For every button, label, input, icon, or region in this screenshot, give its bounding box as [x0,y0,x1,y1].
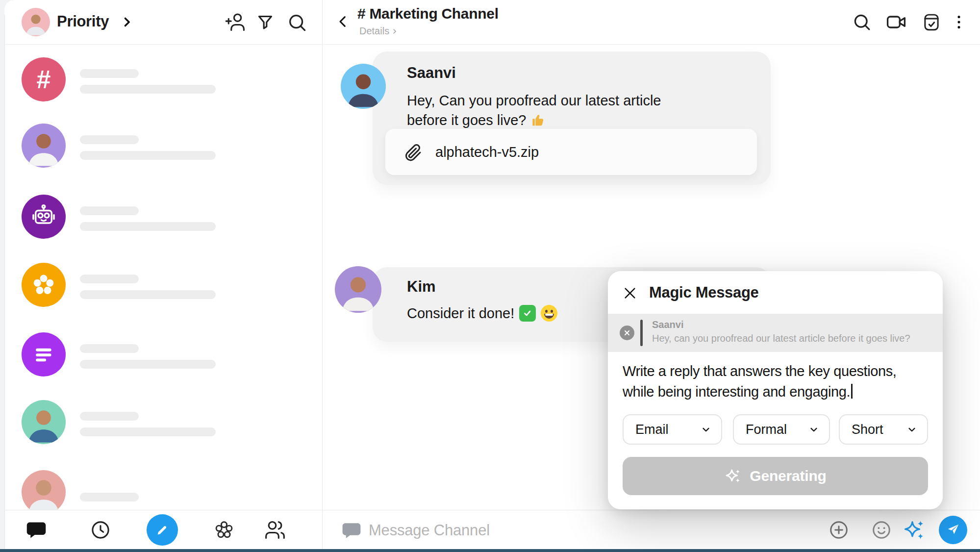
message-text-line: Consider it done! [407,303,557,323]
ai-sparkles-icon[interactable] [902,518,926,542]
person-photo-icon [22,400,66,444]
sidebar-item-bot[interactable] [0,195,322,253]
quote-author: Saanvi [652,319,683,330]
length-dropdown[interactable]: Short [839,414,928,445]
chevron-right-small-icon [391,28,398,35]
window-corner [0,0,15,15]
placeholder-line [80,85,216,94]
quote-text: Hey, can you proofread our latest articl… [652,333,910,344]
channel-details-link[interactable]: Details [359,25,398,37]
chevron-down-icon [700,423,712,436]
placeholder-line [80,151,216,160]
popup-title: Magic Message [649,284,759,301]
contacts-people-icon[interactable] [264,519,286,541]
kim-avatar[interactable] [335,266,381,313]
search-icon[interactable] [286,11,308,34]
placeholder-line [80,344,139,353]
composer-divider [0,510,980,510]
person-avatar [22,470,66,510]
saanvi-avatar[interactable] [341,64,386,109]
placeholder-line [80,290,216,299]
pencil-icon [155,523,170,537]
paperclip-icon [403,142,423,162]
person-photo-icon [22,8,50,36]
placeholder-line [80,412,139,421]
format-dropdown[interactable]: Email [623,414,722,445]
message-text-line: before it goes live? [407,110,547,130]
thumbs-up-icon [531,112,547,128]
placeholder-line [80,360,216,369]
attach-plus-icon[interactable] [828,519,850,541]
quoted-message: Saanvi Hey, can you proofread our latest… [608,314,943,352]
back-chevron-icon[interactable] [335,14,351,29]
placeholder-line [80,493,139,502]
magic-message-popup: Magic Message Saanvi Hey, can you proofr… [608,271,943,509]
emoji-smiley-icon[interactable] [871,519,892,541]
history-clock-icon[interactable] [89,519,112,541]
person-photo-icon [341,64,386,109]
window-bottom-edge [0,549,980,552]
message-author: Kim [407,278,436,296]
generating-button[interactable]: Generating [623,457,928,495]
placeholder-line [80,427,216,436]
robot-icon [22,195,66,239]
placeholder-line [80,206,139,215]
sidebar-item-teammate[interactable] [0,124,322,182]
placeholder-line [80,69,139,78]
workspace-title: Priority [57,13,109,30]
search-icon[interactable] [851,11,873,33]
sidebar-item-notes[interactable] [0,332,322,391]
sidebar-item-flower-app[interactable] [0,263,322,322]
chats-icon[interactable] [25,519,48,541]
generating-label: Generating [750,468,826,484]
placeholder-line [80,275,139,283]
compose-pencil-button[interactable] [147,514,178,546]
paper-plane-icon [946,523,960,537]
person-avatar [22,124,66,168]
prompt-input[interactable]: Write a reply that answers the key quest… [623,361,897,402]
person-photo-icon [22,470,66,510]
video-call-icon[interactable] [885,11,907,33]
sparkles-icon [724,467,742,485]
remove-quote-icon[interactable] [620,326,634,340]
person-photo-icon [22,124,66,168]
flower-dots-icon [22,263,66,307]
person-avatar [22,400,66,444]
tone-dropdown[interactable]: Formal [733,414,830,445]
more-kebab-icon[interactable] [949,12,969,32]
app-window: Priority # Marketing Channel Details # [0,0,980,552]
person-photo-icon [335,266,381,313]
sidebar-divider [322,0,323,549]
message-text-line: Hey, Can you proofread our latest articl… [407,91,661,110]
chevron-down-icon [905,423,918,436]
window-edge [0,13,5,549]
tasks-icon[interactable] [921,11,942,33]
white-check-mark-icon [519,305,536,322]
text-lines-icon [22,332,66,376]
message-bubble-icon [340,519,363,542]
send-button[interactable] [939,516,967,544]
close-icon[interactable] [622,285,638,301]
message-bubble-saanvi: Saanvi Hey, Can you proofread our latest… [373,51,771,185]
quote-bar [640,320,643,346]
chevron-right-icon[interactable] [120,15,134,29]
message-input[interactable]: Message Channel [369,522,490,539]
grinning-face-icon [541,305,557,322]
channel-title: # Marketing Channel [357,5,499,22]
header-divider [0,44,980,45]
add-person-icon[interactable] [224,11,247,33]
placeholder-line [80,135,139,144]
message-author: Saanvi [407,64,456,82]
chevron-down-icon [807,423,820,436]
text-caret [851,384,853,399]
sidebar-item-hash-channel[interactable]: # [0,57,322,116]
filter-icon[interactable] [254,12,276,33]
hash-channel-icon: # [22,57,66,101]
attachment-filename: alphatech-v5.zip [435,144,539,160]
sidebar-item-teammate[interactable] [0,470,322,510]
user-avatar[interactable] [22,8,50,36]
placeholder-line [80,222,216,231]
sidebar-item-teammate[interactable] [0,400,322,459]
attachment-card[interactable]: alphatech-v5.zip [385,129,757,175]
apps-flower-icon[interactable] [213,519,235,541]
